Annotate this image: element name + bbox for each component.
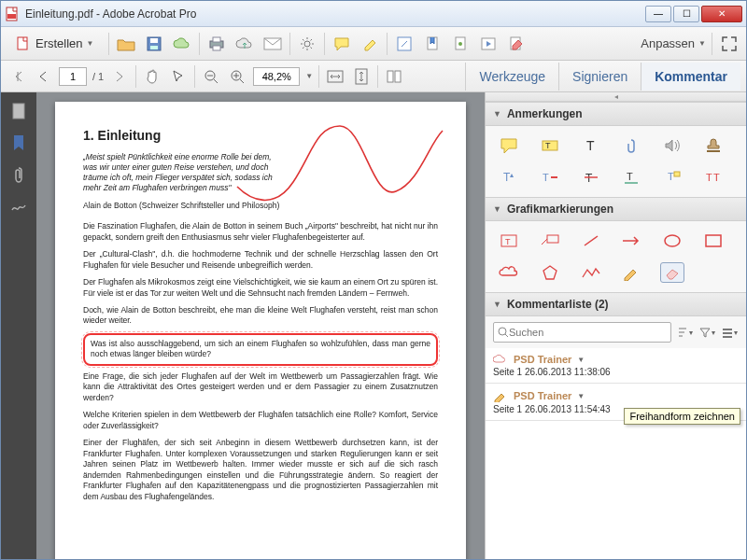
chevron-down-icon: ▼ (577, 392, 585, 400)
zoom-dropdown[interactable]: ▼ (305, 72, 313, 80)
svg-rect-1 (7, 14, 16, 19)
open-button[interactable] (115, 33, 137, 55)
create-button[interactable]: Erstellen ▼ (7, 32, 103, 56)
rectangle-tool[interactable] (701, 231, 726, 251)
edit-button[interactable] (505, 33, 528, 55)
zoom-input[interactable] (253, 67, 300, 86)
svg-text:T: T (505, 237, 511, 246)
text-correction-tool[interactable]: TT (701, 167, 726, 188)
titlebar: Einleitung.pdf - Adobe Acrobat Pro — ☐ ✕ (1, 1, 746, 27)
quote-text: „Meist spielt Pünktlichkeit eine enorme … (83, 152, 278, 193)
highlight-text-tool[interactable]: T (538, 135, 562, 156)
comment-panel: ◂ ▼ Anmerkungen T T T▴ T T T T TT ▼ (485, 92, 746, 559)
customize-button[interactable]: Anpassen ▼ (641, 36, 706, 50)
svg-point-10 (304, 41, 310, 47)
replace-text-tool[interactable]: T (538, 167, 562, 188)
search-input[interactable] (509, 327, 667, 338)
zoom-in-button[interactable] (227, 66, 247, 87)
email-button[interactable] (261, 33, 284, 55)
graphic-tools: T (486, 221, 746, 292)
comment-search-row: ▾ ▾ ▾ (486, 316, 746, 348)
paragraph: Welche Kriterien spielen in dem Wettbewe… (83, 410, 438, 431)
filter-button[interactable]: ▾ (698, 323, 716, 342)
attach-tool-button[interactable] (449, 33, 472, 55)
create-icon (15, 35, 32, 52)
attach-file-tool[interactable] (619, 135, 643, 156)
stamp-tool[interactable] (701, 135, 726, 156)
options-button[interactable]: ▾ (720, 323, 739, 342)
panel-grip[interactable]: ◂ (486, 92, 746, 102)
highlight-button[interactable] (359, 33, 381, 55)
add-note-to-text-tool[interactable]: T (660, 167, 684, 188)
svg-rect-21 (388, 71, 393, 82)
graphic-markings-header[interactable]: ▼ Grafikmarkierungen (486, 197, 746, 221)
thumbnails-icon[interactable] (9, 102, 28, 120)
attachments-icon[interactable] (9, 165, 28, 184)
pencil-icon (493, 389, 508, 402)
hand-tool-button[interactable] (142, 66, 162, 87)
bookmarks-icon[interactable] (9, 133, 28, 152)
eraser-tool[interactable] (660, 262, 684, 283)
share-button[interactable] (233, 33, 256, 55)
comment-list-header[interactable]: ▼ Kommentarliste (2) (486, 292, 746, 316)
underline-tool[interactable]: T (619, 167, 643, 188)
audio-tool[interactable] (660, 135, 684, 156)
prev-page-button[interactable] (33, 66, 53, 87)
cloud-button[interactable] (171, 33, 193, 55)
close-button[interactable]: ✕ (701, 6, 742, 22)
minimize-button[interactable]: — (645, 6, 671, 22)
cloud-tool[interactable] (497, 262, 521, 283)
left-rail (1, 92, 36, 559)
tooltip: Freihandform zeichnen (624, 408, 740, 425)
document-area[interactable]: 1. Einleitung „Meist spielt Pünktlichkei… (36, 92, 485, 559)
page-display-button[interactable] (384, 66, 404, 87)
signatures-icon[interactable] (9, 197, 28, 216)
link-button[interactable] (393, 33, 416, 55)
tab-sign[interactable]: Signieren (558, 63, 641, 91)
print-button[interactable] (205, 33, 228, 55)
svg-rect-41 (706, 235, 721, 246)
line-tool[interactable] (579, 231, 603, 251)
comment-search[interactable] (493, 322, 671, 343)
sticky-note-tool[interactable] (497, 135, 521, 156)
oval-tool[interactable] (660, 231, 684, 251)
fullscreen-button[interactable] (718, 33, 740, 55)
polygon-tool[interactable] (538, 262, 562, 283)
svg-rect-44 (723, 332, 732, 334)
next-page-button[interactable] (109, 66, 130, 87)
sort-button[interactable]: ▾ (675, 323, 694, 342)
window-title: Einleitung.pdf - Adobe Acrobat Pro (25, 7, 645, 21)
textbox-tool[interactable]: T (497, 231, 521, 251)
comment-author: PSD Trainer (514, 390, 571, 401)
paragraph: Einer der Flughäfen, der sich seit Anbeg… (83, 438, 438, 502)
comment-balloon-button[interactable] (331, 33, 353, 55)
tab-tools[interactable]: Werkzeuge (465, 63, 558, 91)
comment-list: PSD Trainer ▼ Seite 1 26.06.2013 11:38:0… (486, 348, 746, 559)
tab-comment[interactable]: Kommentar (641, 63, 740, 91)
insert-text-tool[interactable]: T▴ (497, 167, 521, 188)
chevron-down-icon: ▼ (87, 39, 94, 48)
bookmark-tool-button[interactable] (421, 33, 444, 55)
comment-item[interactable]: PSD Trainer ▼ Seite 1 26.06.2013 11:38:0… (486, 348, 746, 384)
pencil-tool[interactable] (619, 262, 643, 283)
page-number-input[interactable] (59, 67, 87, 86)
save-button[interactable] (143, 33, 165, 55)
svg-text:▴: ▴ (510, 171, 514, 179)
callout-tool[interactable] (538, 231, 562, 251)
select-tool-button[interactable] (168, 66, 189, 87)
maximize-button[interactable]: ☐ (673, 6, 699, 22)
strikethrough-tool[interactable]: T (579, 167, 603, 188)
connected-lines-tool[interactable] (579, 262, 603, 283)
annotations-header[interactable]: ▼ Anmerkungen (486, 102, 746, 126)
svg-rect-45 (723, 336, 732, 338)
first-page-button[interactable] (7, 66, 27, 87)
fit-width-button[interactable] (325, 66, 345, 87)
text-tool[interactable]: T (579, 135, 603, 156)
svg-text:T: T (627, 171, 633, 182)
settings-button[interactable] (296, 33, 318, 55)
fit-page-button[interactable] (351, 66, 372, 87)
zoom-out-button[interactable] (201, 66, 221, 87)
svg-rect-4 (150, 38, 158, 43)
arrow-tool[interactable] (619, 231, 643, 251)
multimedia-button[interactable] (477, 33, 500, 55)
